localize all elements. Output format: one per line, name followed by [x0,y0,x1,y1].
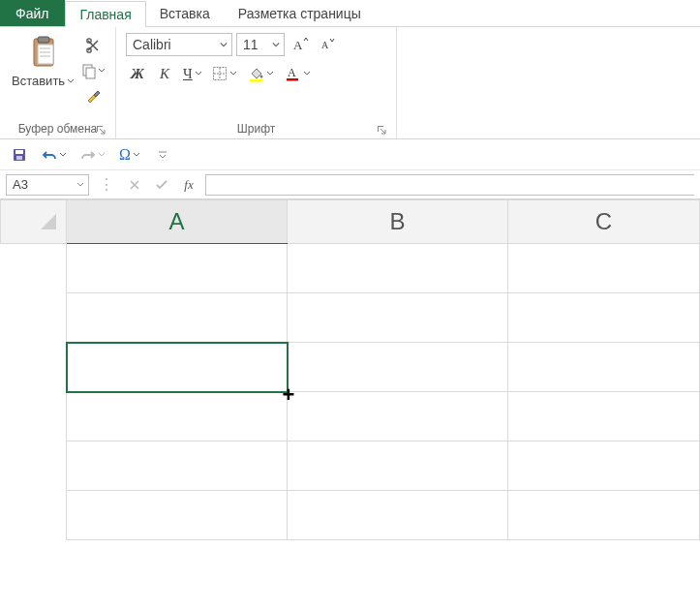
clipboard-dialog-launcher[interactable] [94,123,107,137]
name-box-value: A3 [13,177,28,192]
svg-rect-20 [15,150,23,154]
select-all-corner[interactable] [1,200,67,244]
cell-c1[interactable] [508,244,700,293]
tab-page-layout[interactable]: Разметка страницы [225,0,376,26]
paste-button[interactable]: Вставить [6,31,80,120]
cell-c6[interactable] [508,491,700,540]
svg-text:A: A [321,40,329,50]
cell-b5[interactable] [288,442,508,491]
svg-text:A: A [288,66,296,79]
cut-button[interactable] [82,35,104,56]
decrease-font-button[interactable]: A [316,33,339,56]
cell-a3[interactable] [67,343,288,392]
ribbon: Вставить [0,27,700,139]
underline-button[interactable]: Ч [180,62,205,85]
format-painter-button[interactable] [82,85,104,107]
quick-access-toolbar: Ω [0,139,700,170]
formula-bar: A3 ⋮ fx [0,170,700,199]
svg-rect-21 [16,156,22,160]
italic-button[interactable]: К [153,62,176,85]
cell-a4[interactable] [67,392,288,442]
cell-a1[interactable] [67,244,288,293]
tab-insert[interactable]: Вставка [146,0,225,26]
borders-button[interactable] [209,62,240,85]
svg-rect-2 [38,45,53,64]
cell-b1[interactable] [288,244,508,293]
enter-formula-button[interactable] [151,175,172,195]
insert-function-button[interactable]: fx [178,175,199,195]
group-clipboard: Вставить [0,27,116,138]
chevron-down-icon [98,151,106,159]
ribbon-tabs: Файл Главная Вставка Разметка страницы [0,0,700,27]
group-font-label: Шрифт [237,122,275,136]
chevron-down-icon [98,67,106,75]
redo-button[interactable] [77,143,108,167]
chevron-down-icon [303,70,311,77]
chevron-down-icon [67,77,75,85]
cell-b6[interactable] [288,491,508,540]
underline-label: Ч [183,66,193,82]
svg-point-15 [259,76,262,78]
tab-home[interactable]: Главная [65,1,145,27]
font-name-value: Calibri [133,37,171,52]
col-header-b[interactable]: B [288,200,508,244]
spreadsheet-grid: A B C + [0,199,700,540]
svg-rect-16 [250,79,262,82]
increase-font-button[interactable]: A [289,33,312,56]
undo-button[interactable] [39,143,70,167]
bucket-icon [247,65,264,82]
cell-c4[interactable] [508,392,700,442]
col-header-a[interactable]: A [67,200,288,244]
bold-label: Ж [131,66,144,82]
font-dialog-launcher[interactable] [375,123,388,137]
cell-c2[interactable] [508,293,700,343]
cell-a2[interactable] [67,293,288,343]
copy-icon [80,62,98,79]
copy-button[interactable] [82,60,104,81]
chevron-down-icon [266,70,274,77]
decrease-font-icon: A [319,36,336,53]
group-clipboard-label: Буфер обмена [18,122,98,136]
close-icon [129,179,140,191]
font-size-value: 11 [243,37,259,52]
name-box[interactable]: A3 [6,174,89,196]
paste-label: Вставить [12,74,65,88]
chevron-down-icon [229,70,237,77]
fx-label: fx [184,177,193,193]
formula-input[interactable] [205,174,694,196]
font-color-button[interactable]: A [281,62,314,85]
cell-b2[interactable] [288,293,508,343]
cell-c5[interactable] [508,442,700,491]
cell-b4[interactable] [288,392,508,442]
check-icon [155,179,168,191]
chevron-down-icon [272,41,280,48]
cancel-formula-button[interactable] [124,175,145,195]
italic-label: К [160,66,169,82]
cell-b3[interactable] [288,343,508,392]
clipboard-icon [24,33,63,72]
font-name-combo[interactable]: Calibri [126,33,232,56]
chevron-down-icon [76,181,84,189]
svg-rect-9 [86,68,95,78]
fill-color-button[interactable] [244,62,277,85]
font-size-combo[interactable]: 11 [236,33,285,56]
chevron-down-icon [220,41,228,48]
save-button[interactable] [8,143,31,167]
redo-icon [80,147,96,163]
cell-a5[interactable] [67,442,288,491]
chevron-down-icon [133,151,140,159]
chevron-down-icon [195,70,202,77]
svg-text:A: A [293,38,303,52]
cell-a6[interactable] [67,491,288,540]
svg-rect-1 [38,37,49,43]
chevron-down-icon [59,151,67,159]
scissors-icon [84,37,102,54]
symbol-button[interactable]: Ω [116,143,143,167]
customize-icon [157,149,168,161]
bold-button[interactable]: Ж [126,62,149,85]
borders-icon [212,66,228,81]
col-header-c[interactable]: C [508,200,700,244]
qat-customize-button[interactable] [151,143,174,167]
cell-c3[interactable] [508,343,700,392]
tab-file[interactable]: Файл [0,0,65,26]
